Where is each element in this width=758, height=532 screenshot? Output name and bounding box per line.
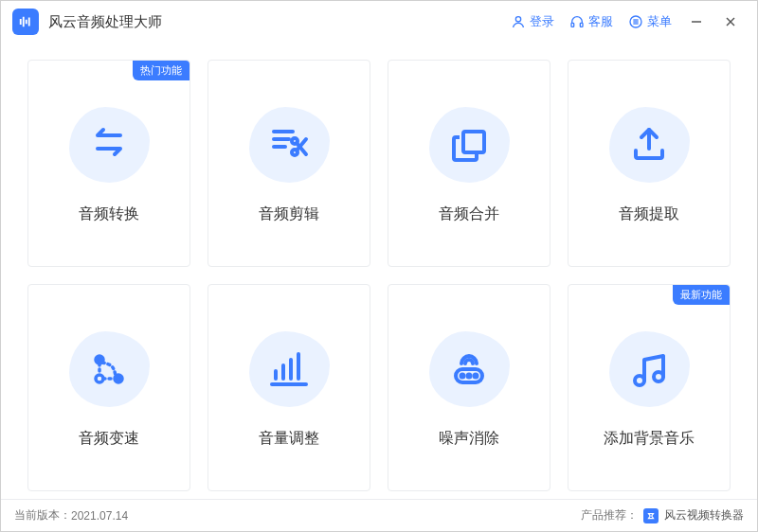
extract-icon <box>626 122 672 168</box>
main-grid: 热门功能 音频转换 音频剪辑 音频合并 音频提取 <box>1 43 757 499</box>
svg-point-23 <box>115 375 122 382</box>
recommend-label: 产品推荐： <box>581 507 638 523</box>
card-badge: 最新功能 <box>673 285 730 305</box>
close-button[interactable] <box>715 7 746 37</box>
card-label: 音量调整 <box>259 429 319 449</box>
denoise-icon <box>446 346 492 392</box>
card-label: 音频变速 <box>79 429 139 449</box>
app-title: 风云音频处理大师 <box>48 13 162 31</box>
card-label: 音频提取 <box>619 204 679 224</box>
app-logo <box>12 9 39 35</box>
card-volume-adjust[interactable]: 音量调整 <box>208 284 370 491</box>
menu-icon <box>628 14 643 29</box>
card-label: 音频转换 <box>79 204 139 224</box>
titlebar: 风云音频处理大师 登录 客服 菜单 <box>1 1 757 43</box>
footer: 当前版本： 2021.07.14 产品推荐： 风云视频转换器 <box>1 499 757 531</box>
minimize-icon <box>691 16 702 27</box>
card-label: 音频剪辑 <box>259 204 319 224</box>
card-audio-extract[interactable]: 音频提取 <box>568 60 731 267</box>
svg-point-31 <box>461 375 464 378</box>
music-icon <box>626 346 672 392</box>
close-icon <box>725 16 736 27</box>
card-label: 添加背景音乐 <box>604 429 695 449</box>
svg-rect-6 <box>580 23 583 27</box>
minimize-button[interactable] <box>681 7 712 37</box>
svg-rect-5 <box>571 23 574 27</box>
user-icon <box>511 14 526 29</box>
svg-rect-21 <box>463 132 484 152</box>
headset-icon <box>569 14 585 29</box>
recommend-link[interactable]: 风云视频转换器 <box>664 507 744 523</box>
merge-icon <box>446 122 492 168</box>
version-value: 2021.07.14 <box>71 509 128 523</box>
card-audio-speed[interactable]: 音频变速 <box>27 284 190 491</box>
recommend-logo <box>643 508 659 523</box>
speed-icon <box>86 346 132 392</box>
card-audio-cut[interactable]: 音频剪辑 <box>208 60 370 267</box>
service-button[interactable]: 客服 <box>564 9 619 34</box>
card-audio-convert[interactable]: 热门功能 音频转换 <box>27 60 190 267</box>
svg-point-33 <box>475 375 478 378</box>
card-bgm[interactable]: 最新功能 添加背景音乐 <box>568 284 731 491</box>
volume-icon <box>266 346 312 392</box>
menu-button[interactable]: 菜单 <box>623 9 677 34</box>
version-label: 当前版本： <box>14 507 71 523</box>
card-badge: 热门功能 <box>133 61 190 80</box>
card-label: 噪声消除 <box>439 429 499 449</box>
svg-point-4 <box>515 17 520 22</box>
svg-point-32 <box>468 375 471 378</box>
card-label: 音频合并 <box>439 204 499 224</box>
login-button[interactable]: 登录 <box>505 9 560 34</box>
convert-icon <box>86 122 132 168</box>
card-denoise[interactable]: 噪声消除 <box>388 284 550 491</box>
card-audio-merge[interactable]: 音频合并 <box>388 60 550 267</box>
cut-icon <box>266 122 312 168</box>
